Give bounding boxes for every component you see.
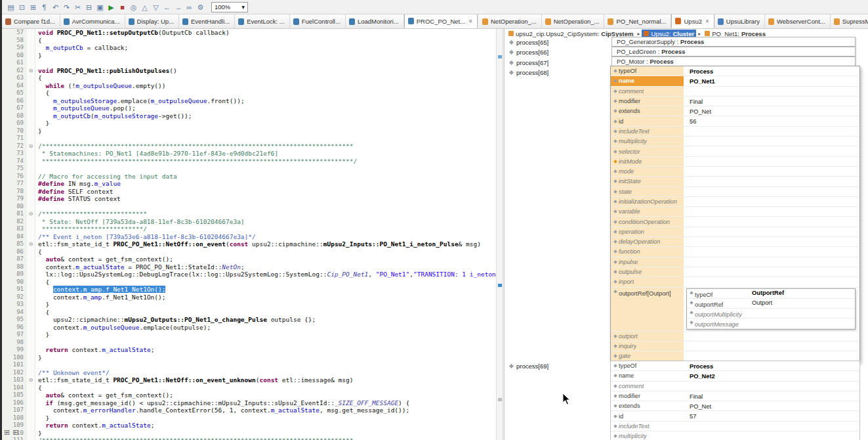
property-name-cell[interactable]: variable — [611, 207, 684, 216]
property-name-cell[interactable]: comment — [611, 87, 684, 96]
property-name-cell[interactable]: inquiry — [611, 341, 684, 351]
code-line[interactable]: 87 auto& context = get_fsm_context(); — [2, 255, 496, 263]
code-line[interactable]: 61 — [2, 59, 496, 67]
property-value-cell[interactable] — [684, 167, 859, 176]
property-value-cell[interactable] — [684, 422, 859, 431]
tab-fuelcontroll[interactable]: FuelControll... — [290, 14, 346, 28]
property-row-function[interactable]: function — [611, 247, 859, 257]
minimize-window-icon[interactable]: ⊟ — [12, 428, 21, 436]
property-value-cell[interactable] — [684, 217, 859, 226]
property-row-typeof[interactable]: typeOfOutportRef — [687, 289, 855, 299]
property-value-cell[interactable]: typeOfOutportRefoutportRefOutportoutport… — [684, 288, 859, 331]
property-value-cell[interactable] — [684, 207, 859, 216]
property-name-cell[interactable]: multiplicity — [611, 137, 684, 146]
property-row-outportref[interactable]: outportRefOutport — [687, 299, 855, 309]
code-line[interactable]: 73 * Statemachines: PO_Net1 [4ad8e91b-29… — [2, 150, 496, 158]
code-line[interactable]: 105 auto& context = get_fsm_context(); — [2, 391, 496, 399]
property-row-initializationoperation[interactable]: initializationOperation — [611, 197, 859, 207]
property-value-cell[interactable]: Final — [684, 97, 859, 106]
code-line[interactable]: 94 { — [2, 309, 496, 317]
property-row-comment[interactable]: comment — [611, 87, 859, 97]
tab-netoperation[interactable]: NetOperation_... — [542, 14, 605, 28]
code-line[interactable]: 92 context.m_amp.f_Net1_Net1On(); — [2, 294, 496, 301]
property-value-cell[interactable] — [684, 351, 859, 361]
property-value-cell[interactable] — [749, 319, 855, 328]
code-line[interactable]: 96 context.m_outpulseQueue.emplace(outpu… — [2, 324, 496, 332]
code-line[interactable]: 104{ — [2, 384, 496, 392]
stop-icon[interactable]: ■ — [117, 2, 128, 12]
save-icon[interactable]: ⊡ — [16, 3, 28, 13]
code-line[interactable]: 63{ — [2, 74, 496, 82]
code-line[interactable]: 107 context.m_errorHandler.handle_Contex… — [2, 407, 496, 414]
process-summary-row[interactable]: PO_Motor : Process — [611, 56, 856, 66]
property-value-cell[interactable] — [684, 146, 859, 156]
property-value-cell[interactable] — [684, 267, 859, 276]
code-line[interactable]: 83 ***************************/ — [2, 225, 496, 233]
code-line[interactable]: 110} — [2, 429, 496, 437]
property-name-cell[interactable]: outportMultiplicity — [687, 309, 749, 318]
property-value-cell[interactable] — [684, 247, 859, 256]
property-value-cell[interactable] — [684, 187, 859, 196]
property-row-includetext[interactable]: includeText — [611, 127, 859, 137]
ruler-mark[interactable] — [498, 55, 502, 58]
property-row-name[interactable]: namePO_Net2 — [611, 371, 859, 381]
property-row-selector[interactable]: selector — [611, 146, 859, 156]
code-line[interactable]: 65 { — [2, 89, 496, 97]
property-value-cell[interactable]: 57 — [684, 411, 859, 420]
property-name-cell[interactable]: name — [611, 371, 684, 380]
property-name-cell[interactable]: name — [611, 76, 684, 85]
print-icon[interactable]: ¶ — [39, 2, 50, 12]
property-value-cell[interactable] — [684, 227, 859, 236]
code-line[interactable]: 75 — [2, 165, 496, 173]
code-line[interactable]: 88 context.m_actualState = PROC_PO_Net1:… — [2, 263, 496, 271]
search-icon[interactable]: ◎ — [128, 3, 139, 13]
fold-marker-icon[interactable]: ⊖ — [27, 376, 35, 384]
paste-icon[interactable]: ▣ — [94, 3, 106, 13]
property-row-outportref-outport[interactable]: outportRef[Outport]typeOfOutportRefoutpo… — [611, 288, 859, 332]
tab-avrcommunica[interactable]: AvrCommunica... — [60, 14, 125, 28]
code-line[interactable]: 100} — [2, 354, 496, 362]
code-line[interactable]: 84/** Event i_neton [739a53e6-a818-11ef-… — [2, 233, 496, 241]
property-value-cell[interactable]: Process — [684, 361, 859, 370]
property-row-mode[interactable]: mode — [611, 167, 859, 177]
code-line[interactable]: 71 — [2, 135, 496, 143]
property-row-initmode[interactable]: initMode — [611, 157, 859, 167]
next-annotation-icon[interactable]: ▽ — [150, 3, 161, 13]
save-all-icon[interactable]: ⊞ — [28, 3, 39, 13]
property-row-outportmessage[interactable]: outportMessage — [687, 319, 855, 328]
property-name-cell[interactable]: id — [611, 411, 684, 420]
property-name-cell[interactable]: includeText — [611, 422, 684, 431]
property-name-cell[interactable]: delayOperation — [611, 237, 684, 246]
property-value-cell[interactable]: PO_Net — [684, 401, 859, 410]
property-row-modifier[interactable]: modifierFinal — [611, 97, 859, 106]
property-value-cell[interactable] — [684, 87, 859, 96]
copy-icon[interactable]: ⊟ — [83, 3, 94, 13]
tree-item-process-69[interactable]: process[69] — [510, 361, 548, 370]
property-name-cell[interactable]: outportRef — [687, 299, 749, 308]
code-line[interactable]: 69 } — [2, 120, 496, 127]
tab-webservercont[interactable]: WebserverCont... — [765, 14, 831, 28]
property-row-outport[interactable]: outport — [611, 332, 859, 341]
property-name-cell[interactable]: selector — [611, 146, 684, 156]
property-name-cell[interactable]: comment — [611, 382, 684, 391]
property-row-conditionoperation[interactable]: conditionOperation — [611, 217, 859, 227]
property-value-cell[interactable] — [684, 197, 859, 206]
property-name-cell[interactable]: modifier — [611, 391, 684, 401]
property-value-cell[interactable] — [684, 332, 859, 341]
property-value-cell[interactable]: 56 — [684, 116, 859, 125]
property-value-cell[interactable] — [684, 431, 859, 440]
cut-icon[interactable]: ✂ — [72, 3, 83, 13]
code-line[interactable]: 77#define IN msg.m_value — [2, 180, 496, 188]
property-row-typeof[interactable]: typeOfProcess — [611, 361, 859, 371]
property-value-cell[interactable]: Outport — [749, 299, 855, 308]
property-row-inquiry[interactable]: inquiry — [611, 341, 859, 351]
property-name-cell[interactable]: function — [611, 247, 684, 256]
property-name-cell[interactable]: modifier — [611, 97, 684, 106]
code-line[interactable]: 109 return context.m_actualState; — [2, 422, 496, 429]
tree-item-process-65[interactable]: process[65] — [510, 37, 548, 47]
run-icon[interactable]: ▶ — [106, 3, 117, 13]
property-value-cell[interactable]: OutportRef — [749, 289, 855, 298]
property-row-outportmultiplicity[interactable]: outportMultiplicity — [687, 309, 855, 319]
code-line[interactable]: 102/** Unknown event*/ — [2, 369, 496, 377]
property-row-name[interactable]: namePO_Net1 — [611, 76, 859, 86]
